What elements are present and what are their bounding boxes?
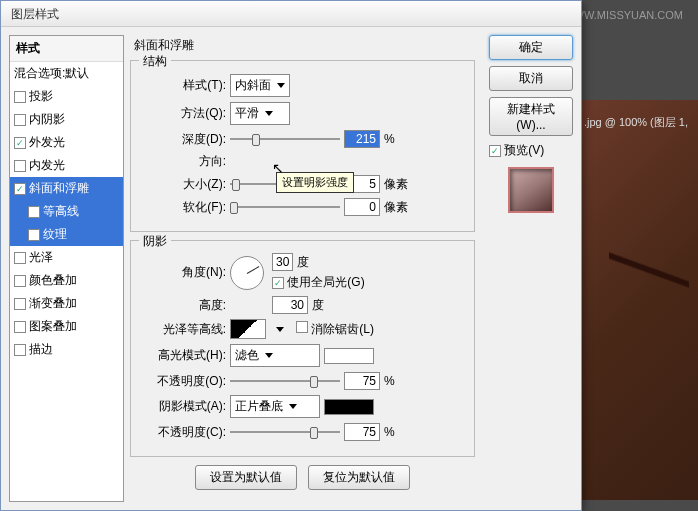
chevron-down-icon <box>265 111 273 116</box>
sidebar-item-0[interactable]: 投影 <box>10 85 123 108</box>
sidebar-checkbox[interactable] <box>28 206 40 218</box>
new-style-button[interactable]: 新建样式(W)... <box>489 97 573 136</box>
sidebar-item-label: 颜色叠加 <box>29 272 77 289</box>
tooltip: 设置明影强度 <box>276 172 354 193</box>
sidebar-checkbox[interactable] <box>14 275 26 287</box>
method-select[interactable]: 平滑 <box>230 102 290 125</box>
soften-unit: 像素 <box>384 199 408 216</box>
sidebar-checkbox[interactable] <box>14 114 26 126</box>
angle-control[interactable] <box>230 256 264 290</box>
sidebar-item-label: 等高线 <box>43 203 79 220</box>
soften-input[interactable]: 0 <box>344 198 380 216</box>
depth-unit: % <box>384 132 395 146</box>
sidebar-checkbox[interactable] <box>14 91 26 103</box>
sidebar-checkbox[interactable] <box>28 229 40 241</box>
sidebar-item-11[interactable]: 描边 <box>10 338 123 361</box>
highlight-color-swatch[interactable] <box>324 348 374 364</box>
depth-slider[interactable] <box>230 132 340 146</box>
angle-label: 角度(N): <box>141 264 226 281</box>
shadow-opacity-slider[interactable] <box>230 425 340 439</box>
make-default-button[interactable]: 设置为默认值 <box>195 465 297 490</box>
soften-label: 软化(F): <box>141 199 226 216</box>
gloss-contour-picker[interactable] <box>230 319 266 339</box>
shadow-opacity-label: 不透明度(C): <box>141 424 226 441</box>
sidebar-item-2[interactable]: 外发光 <box>10 131 123 154</box>
sidebar-item-label: 描边 <box>29 341 53 358</box>
sidebar-item-label: 光泽 <box>29 249 53 266</box>
sidebar-blend-defaults[interactable]: 混合选项:默认 <box>10 62 123 85</box>
altitude-label: 高度: <box>141 297 226 314</box>
highlight-mode-select[interactable]: 滤色 <box>230 344 320 367</box>
layer-style-dialog: 图层样式 样式 混合选项:默认 投影内阴影外发光内发光斜面和浮雕等高线纹理光泽颜… <box>0 0 582 511</box>
structure-legend: 结构 <box>139 53 171 70</box>
sidebar-item-label: 纹理 <box>43 226 67 243</box>
sidebar-checkbox[interactable] <box>14 344 26 356</box>
shadow-mode-select[interactable]: 正片叠底 <box>230 395 320 418</box>
shadow-color-swatch[interactable] <box>324 399 374 415</box>
highlight-opacity-label: 不透明度(O): <box>141 373 226 390</box>
antialias-checkbox[interactable] <box>296 321 308 333</box>
background-document <box>578 100 698 500</box>
cursor-icon: ↖ <box>272 160 284 176</box>
sidebar-item-6[interactable]: 纹理 <box>10 223 123 246</box>
shadow-opacity-input[interactable]: 75 <box>344 423 380 441</box>
altitude-unit: 度 <box>312 297 324 314</box>
sidebar-item-label: 渐变叠加 <box>29 295 77 312</box>
chevron-down-icon <box>265 353 273 358</box>
sidebar-item-7[interactable]: 光泽 <box>10 246 123 269</box>
cancel-button[interactable]: 取消 <box>489 66 573 91</box>
global-light-label: 使用全局光(G) <box>287 275 364 289</box>
sidebar-item-label: 内阴影 <box>29 111 65 128</box>
ok-button[interactable]: 确定 <box>489 35 573 60</box>
sidebar-item-label: 内发光 <box>29 157 65 174</box>
shadow-fieldset: 阴影 角度(N): 30 度 使用全局光(G) 高度: 30 度 光泽等高线: … <box>130 240 475 457</box>
preview-checkbox[interactable] <box>489 145 501 157</box>
highlight-opacity-input[interactable]: 75 <box>344 372 380 390</box>
sidebar-item-label: 图案叠加 <box>29 318 77 335</box>
sidebar-item-label: 投影 <box>29 88 53 105</box>
sidebar-checkbox[interactable] <box>14 321 26 333</box>
method-label: 方法(Q): <box>141 105 226 122</box>
background-doc-title: .jpg @ 100% (图层 1, <box>584 115 688 130</box>
main-panel: 斜面和浮雕 结构 样式(T): 内斜面 方法(Q): 平滑 深度(D): 215… <box>124 27 481 510</box>
dialog-titlebar[interactable]: 图层样式 <box>1 1 581 27</box>
sidebar-checkbox[interactable] <box>14 183 26 195</box>
angle-input[interactable]: 30 <box>272 253 293 271</box>
action-buttons: 确定 取消 新建样式(W)... 预览(V) <box>481 27 581 510</box>
sidebar-item-3[interactable]: 内发光 <box>10 154 123 177</box>
structure-fieldset: 结构 样式(T): 内斜面 方法(Q): 平滑 深度(D): 215 % 方向:… <box>130 60 475 232</box>
sidebar-item-4[interactable]: 斜面和浮雕 <box>10 177 123 200</box>
sidebar-checkbox[interactable] <box>14 298 26 310</box>
styles-sidebar: 样式 混合选项:默认 投影内阴影外发光内发光斜面和浮雕等高线纹理光泽颜色叠加渐变… <box>9 35 124 502</box>
sidebar-item-9[interactable]: 渐变叠加 <box>10 292 123 315</box>
sidebar-checkbox[interactable] <box>14 160 26 172</box>
sidebar-item-10[interactable]: 图案叠加 <box>10 315 123 338</box>
depth-input[interactable]: 215 <box>344 130 380 148</box>
sidebar-item-8[interactable]: 颜色叠加 <box>10 269 123 292</box>
global-light-checkbox[interactable] <box>272 277 284 289</box>
shadow-legend: 阴影 <box>139 233 171 250</box>
sidebar-item-5[interactable]: 等高线 <box>10 200 123 223</box>
sidebar-item-label: 斜面和浮雕 <box>29 180 89 197</box>
soften-slider[interactable] <box>230 200 340 214</box>
gloss-contour-label: 光泽等高线: <box>141 321 226 338</box>
chevron-down-icon <box>289 404 297 409</box>
sidebar-item-label: 外发光 <box>29 134 65 151</box>
chevron-down-icon <box>277 83 285 88</box>
sidebar-checkbox[interactable] <box>14 137 26 149</box>
preview-swatch <box>508 167 554 213</box>
antialias-label: 消除锯齿(L) <box>311 322 374 336</box>
reset-default-button[interactable]: 复位为默认值 <box>308 465 410 490</box>
depth-label: 深度(D): <box>141 131 226 148</box>
altitude-input[interactable]: 30 <box>272 296 308 314</box>
highlight-opacity-slider[interactable] <box>230 374 340 388</box>
sidebar-item-1[interactable]: 内阴影 <box>10 108 123 131</box>
panel-title: 斜面和浮雕 <box>134 37 475 54</box>
sidebar-checkbox[interactable] <box>14 252 26 264</box>
size-unit: 像素 <box>384 176 408 193</box>
chevron-down-icon[interactable] <box>276 327 284 332</box>
style-select[interactable]: 内斜面 <box>230 74 290 97</box>
style-label: 样式(T): <box>141 77 226 94</box>
size-label: 大小(Z): <box>141 176 226 193</box>
shadow-mode-label: 阴影模式(A): <box>141 398 226 415</box>
